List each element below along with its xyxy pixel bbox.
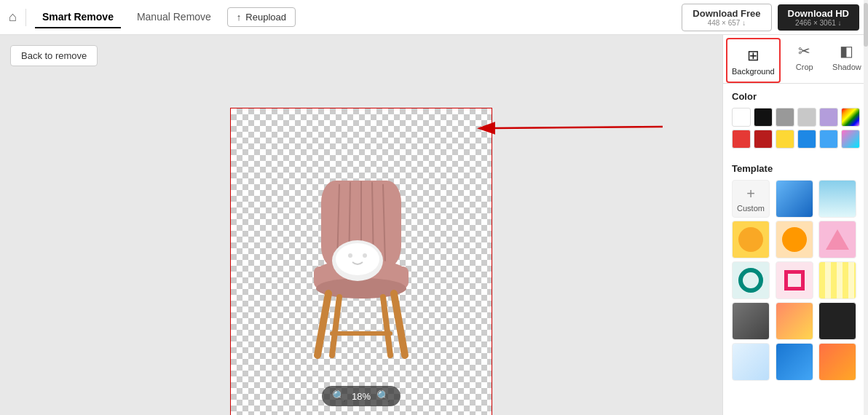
panel-content: Color Template — [723, 84, 868, 415]
template-mid-blue[interactable] — [776, 343, 813, 381]
color-light-blue[interactable] — [819, 130, 838, 149]
svg-line-10 — [394, 293, 405, 355]
download-hd-button[interactable]: Download HD 2466 × 3061 ↓ — [778, 4, 860, 31]
main-area: Back to remove — [0, 35, 868, 415]
zoom-out-icon[interactable]: 🔍 — [332, 390, 346, 403]
color-white[interactable] — [732, 108, 751, 127]
back-to-remove-button[interactable]: Back to remove — [10, 45, 98, 66]
template-pink-rect[interactable] — [776, 261, 813, 299]
color-yellow[interactable] — [776, 130, 794, 149]
svg-line-19 — [495, 127, 663, 128]
right-panel: ⊞ Background ✂ Crop ◧ Shadow Color — [722, 35, 868, 415]
background-tab-icon: ⊞ — [747, 47, 760, 64]
color-red[interactable] — [732, 130, 751, 149]
panel-tab-crop[interactable]: ✂ Crop — [784, 35, 826, 83]
svg-point-17 — [363, 253, 367, 258]
template-custom[interactable]: + Custom — [732, 180, 770, 218]
template-pink-triangle[interactable] — [818, 221, 856, 258]
header: ⌂ Smart Remove Manual Remove ↑ Reupload … — [0, 0, 868, 35]
color-rainbow[interactable] — [841, 108, 860, 127]
svg-line-11 — [332, 297, 339, 355]
checkerboard-bg — [231, 108, 492, 415]
template-section: Template + Custom — [723, 156, 868, 388]
template-blue-grad[interactable] — [776, 180, 813, 218]
canvas-area: Back to remove — [0, 35, 722, 415]
crop-tab-icon: ✂ — [798, 42, 810, 60]
tab-smart-remove[interactable]: Smart Remove — [35, 7, 121, 28]
template-dark1[interactable] — [732, 302, 770, 340]
svg-point-16 — [348, 253, 352, 258]
zoom-bar: 🔍 18% 🔍 — [322, 386, 401, 406]
color-section: Color — [723, 84, 868, 156]
header-right: Download Free 448 × 657 ↓ Download HD 24… — [682, 4, 859, 31]
template-warm[interactable] — [776, 302, 813, 340]
color-lavender[interactable] — [819, 108, 838, 127]
tab-manual-remove[interactable]: Manual Remove — [130, 7, 218, 28]
shadow-tab-icon: ◧ — [840, 42, 853, 60]
color-gray[interactable] — [776, 108, 794, 127]
svg-line-9 — [317, 293, 328, 355]
color-grid — [732, 108, 859, 149]
template-salmon[interactable] — [818, 343, 856, 381]
template-yellow-stripe[interactable] — [818, 261, 856, 299]
template-section-title: Template — [732, 163, 859, 174]
color-black[interactable] — [754, 108, 773, 127]
download-free-button[interactable]: Download Free 448 × 657 ↓ — [682, 4, 771, 31]
template-teal-ring[interactable] — [732, 261, 770, 299]
home-icon[interactable]: ⌂ — [9, 9, 17, 25]
reupload-button[interactable]: ↑ Reupload — [227, 7, 296, 27]
color-blue[interactable] — [797, 130, 816, 149]
plus-icon: + — [746, 186, 755, 202]
svg-marker-20 — [826, 229, 849, 250]
svg-point-15 — [336, 243, 379, 275]
svg-line-12 — [383, 297, 390, 355]
template-grid: + Custom — [732, 180, 859, 381]
scrollbar-thumb[interactable] — [864, 35, 868, 47]
color-gradient[interactable] — [841, 130, 860, 149]
template-yellow-circle[interactable] — [732, 221, 770, 258]
zoom-level: 18% — [352, 391, 371, 402]
panel-tab-shadow[interactable]: ◧ Shadow — [826, 35, 868, 83]
template-dark2[interactable] — [818, 302, 856, 340]
zoom-in-icon[interactable]: 🔍 — [376, 390, 390, 403]
header-divider — [25, 9, 26, 26]
upload-icon: ↑ — [237, 12, 242, 23]
color-light-gray[interactable] — [797, 108, 816, 127]
image-canvas — [230, 108, 492, 415]
panel-tabs: ⊞ Background ✂ Crop ◧ Shadow — [723, 35, 868, 84]
template-orange-circle[interactable] — [776, 221, 813, 258]
chair-image — [285, 159, 438, 377]
scrollbar-track — [864, 35, 868, 415]
template-light-blue2[interactable] — [732, 343, 770, 381]
custom-label: Custom — [737, 204, 765, 213]
panel-tab-background[interactable]: ⊞ Background — [726, 38, 781, 83]
template-sky[interactable] — [818, 180, 856, 218]
color-dark-red[interactable] — [754, 130, 773, 149]
color-section-title: Color — [732, 91, 859, 102]
